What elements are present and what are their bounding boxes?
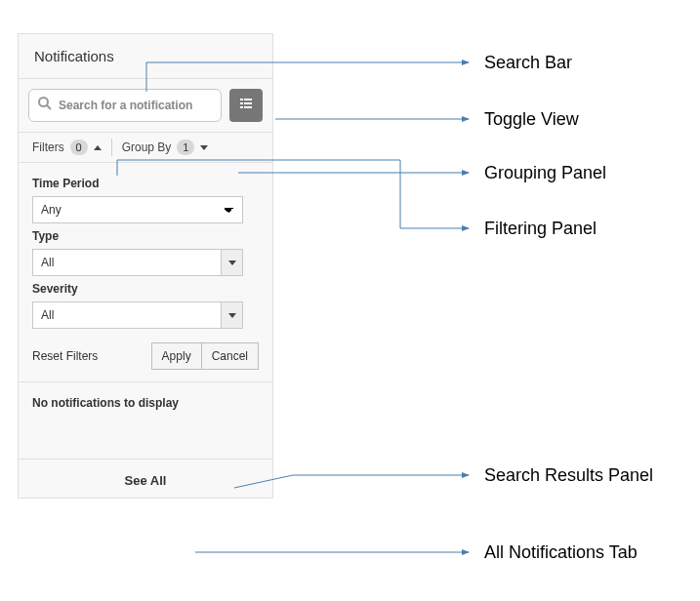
tabs-row: Filters 0 Group By 1 bbox=[19, 133, 272, 163]
svg-rect-2 bbox=[240, 99, 243, 100]
time-period-label: Time Period bbox=[32, 177, 259, 190]
type-select[interactable]: All bbox=[32, 249, 243, 276]
annotation-filtering-panel: Filtering Panel bbox=[484, 219, 597, 239]
dropdown-icon bbox=[221, 250, 242, 275]
type-select-value: All bbox=[41, 256, 54, 269]
severity-label: Severity bbox=[32, 282, 259, 296]
svg-rect-7 bbox=[244, 106, 252, 108]
search-row bbox=[19, 79, 272, 133]
groupby-count-badge: 1 bbox=[177, 140, 194, 155]
panel-header: Notifications bbox=[19, 34, 272, 79]
results-panel: No notifications to display bbox=[19, 382, 272, 460]
filters-tab[interactable]: Filters 0 bbox=[32, 140, 102, 155]
apply-button[interactable]: Apply bbox=[151, 342, 202, 370]
annotation-search-results: Search Results Panel bbox=[484, 465, 653, 486]
groupby-tab[interactable]: Group By 1 bbox=[122, 140, 209, 155]
dropdown-icon bbox=[221, 302, 242, 328]
type-label: Type bbox=[32, 229, 259, 243]
see-all-label: See All bbox=[125, 473, 167, 488]
list-view-icon bbox=[238, 96, 254, 115]
annotation-all-notifications: All Notifications Tab bbox=[484, 542, 638, 563]
chevron-down-icon bbox=[200, 145, 208, 150]
toggle-view-button[interactable] bbox=[229, 89, 263, 122]
svg-rect-3 bbox=[244, 99, 252, 100]
annotation-search-bar: Search Bar bbox=[484, 53, 572, 73]
filters-count-badge: 0 bbox=[70, 140, 88, 155]
filters-tab-label: Filters bbox=[32, 140, 64, 154]
svg-rect-5 bbox=[244, 102, 252, 104]
panel-title: Notifications bbox=[34, 48, 114, 64]
severity-select-value: All bbox=[41, 308, 54, 322]
search-icon bbox=[37, 96, 53, 115]
svg-rect-4 bbox=[240, 102, 243, 104]
see-all-link[interactable]: See All bbox=[19, 460, 272, 498]
apply-cancel-group: Apply Cancel bbox=[151, 342, 259, 370]
severity-select[interactable]: All bbox=[32, 301, 243, 329]
empty-message: No notifications to display bbox=[32, 396, 179, 410]
svg-point-0 bbox=[39, 98, 48, 106]
svg-rect-6 bbox=[240, 106, 243, 108]
chevron-up-icon bbox=[94, 145, 102, 150]
reset-filters-link[interactable]: Reset Filters bbox=[32, 349, 98, 363]
annotation-toggle-view: Toggle View bbox=[484, 109, 579, 130]
time-period-select[interactable]: Any bbox=[32, 196, 243, 223]
filter-buttons-row: Reset Filters Apply Cancel bbox=[32, 342, 259, 370]
groupby-tab-label: Group By bbox=[122, 140, 172, 154]
tab-divider bbox=[111, 139, 112, 156]
search-box[interactable] bbox=[28, 89, 222, 122]
cancel-button[interactable]: Cancel bbox=[202, 342, 259, 370]
notifications-panel: Notifications Filters 0 Group By 1 Time bbox=[18, 33, 273, 499]
annotation-grouping-panel: Grouping Panel bbox=[484, 163, 606, 183]
search-input[interactable] bbox=[59, 99, 213, 112]
svg-line-1 bbox=[47, 105, 51, 109]
filter-body: Time Period Any Type All Severity All Re… bbox=[19, 163, 272, 382]
